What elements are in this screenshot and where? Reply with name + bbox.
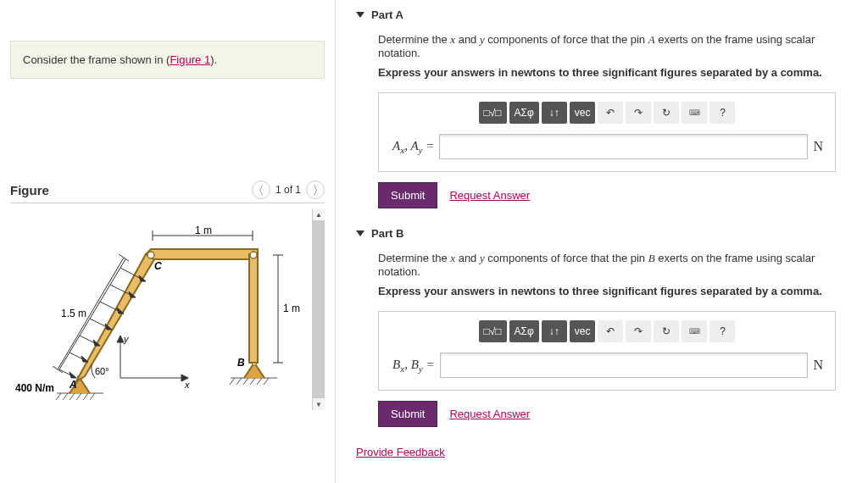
svg-point-19 [147, 252, 154, 258]
axis-x-label: x [184, 380, 190, 390]
svg-line-44 [119, 254, 129, 261]
figure-prev-button[interactable]: 〈 [252, 180, 270, 199]
undo-button[interactable]: ↶ [598, 320, 623, 342]
part-b-request-answer-link[interactable]: Request Answer [449, 408, 530, 420]
vec-button[interactable]: vec [570, 320, 596, 342]
part-b-input[interactable] [440, 353, 809, 378]
part-a-header[interactable]: Part A [356, 3, 858, 26]
templates-button[interactable]: □√□ [479, 102, 507, 124]
svg-line-3 [70, 393, 75, 400]
dim-left-label: 1.5 m [61, 308, 86, 319]
reset-button[interactable]: ↻ [654, 102, 679, 124]
templates-button[interactable]: □√□ [479, 320, 507, 342]
figure-title: Figure [10, 183, 49, 197]
vec-button[interactable]: vec [570, 102, 596, 124]
greek-button[interactable]: ΑΣφ [509, 320, 539, 342]
redo-button[interactable]: ↷ [626, 320, 651, 342]
intro-prefix: Consider the frame shown in ( [23, 53, 170, 66]
svg-line-10 [243, 378, 248, 385]
figure-pager: 〈 1 of 1 〉 [252, 180, 325, 199]
svg-line-5 [83, 393, 88, 400]
pin-a-label: A [69, 379, 77, 391]
frame-diagram: 1 m 1 m 1.5 m 60° 400 N/m A B C x y [10, 208, 311, 408]
load-label: 400 N/m [15, 382, 54, 394]
subsup-button[interactable]: ↓↑ [542, 102, 567, 124]
part-b-instruction: Express your answers in newtons to three… [378, 285, 858, 297]
svg-line-12 [257, 378, 262, 385]
part-b-toolbar: □√□ ΑΣφ ↓↑ vec ↶ ↷ ↻ ⌨ ? [387, 320, 826, 342]
part-b-header[interactable]: Part B [356, 222, 858, 245]
figure-scrollbar[interactable]: ▲ ▼ [312, 208, 325, 410]
svg-marker-22 [70, 372, 76, 378]
figure-next-button[interactable]: 〉 [306, 180, 325, 199]
caret-down-icon [356, 230, 364, 236]
dim-top-label: 1 m [195, 225, 212, 236]
help-button[interactable]: ? [709, 320, 735, 342]
svg-line-4 [76, 393, 81, 400]
angle-label: 60° [95, 366, 109, 376]
part-a-instruction: Express your answers in newtons to three… [378, 66, 858, 79]
svg-marker-18 [249, 254, 258, 363]
svg-line-11 [250, 378, 255, 385]
scroll-up-icon[interactable]: ▲ [313, 208, 325, 220]
greek-button[interactable]: ΑΣφ [509, 102, 539, 124]
provide-feedback-link[interactable]: Provide Feedback [356, 446, 445, 458]
svg-marker-48 [117, 336, 124, 342]
problem-intro: Consider the frame shown in (Figure 1). [10, 41, 325, 79]
svg-line-2 [63, 393, 68, 400]
part-b-question: Determine the x and y components of forc… [378, 252, 858, 278]
part-a-title: Part A [371, 8, 403, 21]
figure-count: 1 of 1 [275, 184, 301, 196]
svg-line-9 [236, 378, 242, 385]
pin-c-label: C [154, 260, 162, 272]
part-a-input[interactable] [439, 134, 808, 159]
svg-line-8 [230, 378, 235, 385]
part-a-request-answer-link[interactable]: Request Answer [449, 189, 530, 202]
svg-line-6 [90, 393, 95, 400]
scroll-down-icon[interactable]: ▼ [313, 398, 325, 410]
part-b-var-label: Bx, By = [387, 358, 435, 374]
svg-marker-24 [81, 356, 88, 362]
svg-marker-17 [146, 249, 258, 259]
intro-suffix: ). [210, 53, 217, 66]
keyboard-button[interactable]: ⌨ [682, 102, 707, 124]
figure-link[interactable]: Figure 1 [170, 53, 210, 66]
axis-y-label: y [123, 334, 130, 344]
reset-button[interactable]: ↻ [654, 320, 679, 342]
part-b-answer-box: □√□ ΑΣφ ↓↑ vec ↶ ↷ ↻ ⌨ ? Bx, By = N [378, 311, 836, 391]
part-b-submit-button[interactable]: Submit [378, 401, 437, 427]
redo-button[interactable]: ↷ [626, 102, 651, 124]
svg-point-20 [250, 252, 257, 258]
dim-right-label: 1 m [283, 303, 300, 314]
part-b-title: Part B [371, 227, 403, 240]
help-button[interactable]: ? [709, 102, 735, 124]
part-a-unit: N [813, 139, 826, 154]
part-a-submit-button[interactable]: Submit [378, 182, 437, 208]
undo-button[interactable]: ↶ [598, 102, 623, 124]
pin-b-label: B [237, 357, 245, 369]
svg-line-1 [56, 393, 61, 400]
part-a-question: Determine the x and y components of forc… [378, 33, 858, 59]
caret-down-icon [356, 12, 364, 18]
svg-line-13 [264, 378, 269, 385]
part-a-answer-box: □√□ ΑΣφ ↓↑ vec ↶ ↷ ↻ ⌨ ? Ax, Ay = N [378, 92, 836, 172]
part-a-toolbar: □√□ ΑΣφ ↓↑ vec ↶ ↷ ↻ ⌨ ? [387, 102, 826, 124]
figure-panel: 1 m 1 m 1.5 m 60° 400 N/m A B C x y ▲ ▼ [10, 203, 325, 410]
part-b-unit: N [813, 358, 826, 373]
keyboard-button[interactable]: ⌨ [682, 320, 707, 342]
subsup-button[interactable]: ↓↑ [542, 320, 567, 342]
part-a-var-label: Ax, Ay = [387, 139, 434, 155]
